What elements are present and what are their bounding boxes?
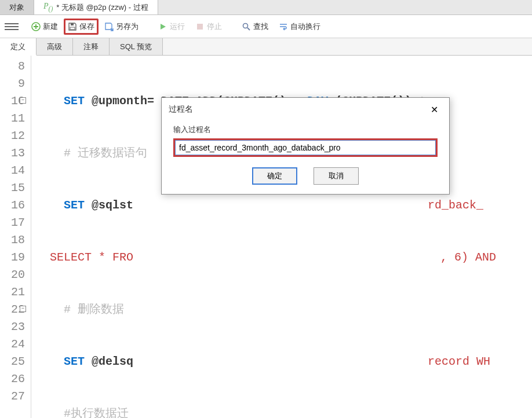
line-number: 19: [3, 249, 25, 266]
line-number: 11: [3, 110, 25, 127]
line-number: 18: [3, 232, 25, 249]
saveas-button[interactable]: 另存为: [100, 19, 143, 34]
fold-icon[interactable]: −: [20, 306, 26, 312]
svg-point-4: [243, 23, 248, 28]
dialog-title: 过程名: [169, 104, 193, 115]
line-number: 8: [3, 58, 25, 75]
toolbar: 新建 保存 另存为 运行 停止 查找 自动换行: [0, 15, 532, 38]
saveas-icon: [104, 22, 114, 31]
fold-icon[interactable]: −: [20, 97, 26, 104]
procedure-name-dialog: 过程名 ✕ 输入过程名 确定 取消: [161, 97, 450, 195]
line-number: 26: [3, 371, 25, 388]
line-number: 17: [3, 214, 25, 232]
input-highlight: [173, 138, 438, 157]
svg-rect-2: [70, 27, 75, 30]
line-number: 9: [3, 75, 25, 93]
button-label: 另存为: [116, 21, 139, 32]
procedure-name-input[interactable]: [175, 140, 436, 155]
stop-icon: [195, 22, 205, 31]
svg-rect-3: [197, 24, 203, 30]
line-number: 16: [3, 197, 25, 214]
button-label: 停止: [207, 21, 222, 32]
run-button[interactable]: 运行: [154, 19, 190, 34]
tab-comment[interactable]: 注释: [73, 38, 110, 55]
line-number: 13: [3, 145, 25, 162]
tab-label: 对象: [9, 2, 24, 13]
line-number: 20: [3, 266, 25, 284]
button-label: 查找: [253, 21, 268, 32]
line-number: 14: [3, 162, 25, 179]
tab-objects[interactable]: 对象: [0, 0, 34, 14]
editor-tabs: 定义 高级 注释 SQL 预览: [0, 38, 532, 56]
close-button[interactable]: ✕: [426, 102, 442, 116]
button-label: 新建: [43, 21, 58, 32]
line-number: 23: [3, 318, 25, 336]
line-number: 12: [3, 127, 25, 145]
button-label: 运行: [170, 21, 185, 32]
close-icon: ✕: [431, 105, 438, 115]
plus-circle-icon: [31, 22, 41, 31]
button-label: 保存: [79, 21, 94, 32]
tab-untitled[interactable]: P() * 无标题 @p2p (zzw) - 过程: [34, 0, 158, 14]
new-button[interactable]: 新建: [27, 19, 63, 34]
stop-button[interactable]: 停止: [191, 19, 227, 34]
save-icon: [68, 22, 77, 31]
tab-advanced[interactable]: 高级: [37, 38, 73, 55]
input-label: 输入过程名: [173, 124, 438, 135]
ok-button[interactable]: 确定: [252, 167, 297, 185]
find-button[interactable]: 查找: [237, 19, 273, 34]
search-icon: [242, 22, 251, 31]
line-number: 22−: [3, 301, 25, 318]
line-number: 21: [3, 284, 25, 301]
line-number: 15: [3, 179, 25, 197]
window-tabs: 对象 P() * 无标题 @p2p (zzw) - 过程: [0, 0, 532, 15]
wrap-button[interactable]: 自动换行: [274, 19, 325, 34]
button-label: 自动换行: [290, 21, 320, 32]
cancel-button[interactable]: 取消: [314, 167, 359, 185]
procedure-icon: P(): [43, 2, 53, 13]
line-gutter: 8 9 10− 11 12 13 14 15 16 17 18 19 20 21…: [0, 56, 31, 418]
tab-sqlpreview[interactable]: SQL 预览: [110, 38, 163, 55]
tab-label: * 无标题 @p2p (zzw) - 过程: [56, 2, 148, 13]
play-icon: [158, 22, 167, 31]
save-button[interactable]: 保存: [64, 19, 99, 35]
svg-rect-1: [71, 23, 74, 25]
tab-define[interactable]: 定义: [0, 38, 37, 56]
dialog-titlebar: 过程名 ✕: [162, 98, 449, 121]
line-number: 25: [3, 353, 25, 371]
line-number: 10−: [3, 93, 25, 110]
menu-icon[interactable]: [5, 20, 19, 34]
wrap-icon: [279, 22, 288, 31]
line-number: 27: [3, 388, 25, 405]
line-number: 24: [3, 336, 25, 353]
